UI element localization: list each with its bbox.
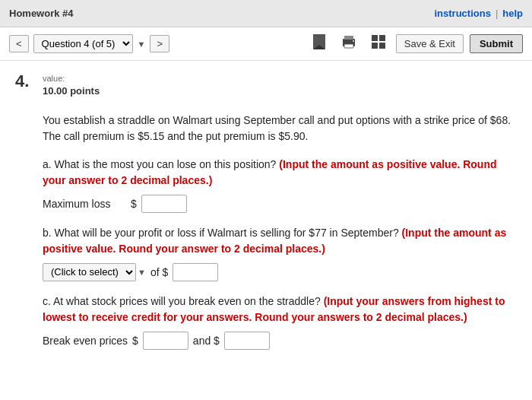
svg-rect-9 <box>379 43 385 49</box>
break-even-label: Break even prices <box>43 335 128 347</box>
nav-left: < Question 4 (of 5) ▼ > <box>9 34 169 53</box>
link-separator: | <box>496 8 498 19</box>
max-loss-label: Maximum loss <box>43 198 126 210</box>
break-even-row: Break even prices $ and $ <box>43 332 517 350</box>
nav-bar: < Question 4 (of 5) ▼ > <box>0 27 532 61</box>
and-label: and $ <box>193 335 220 347</box>
next-question-button[interactable]: > <box>150 35 169 52</box>
grid-icon[interactable] <box>367 33 390 55</box>
part-c-text: c. At what stock prices will you break e… <box>43 295 321 307</box>
part-c-dollar1: $ <box>132 335 138 347</box>
of-label: of $ <box>150 266 168 278</box>
sub-question-b: b. What will be your profit or loss if W… <box>43 225 517 281</box>
part-a-dollar: $ <box>131 198 137 210</box>
part-b-input-row: (Click to select) Profit Loss ▼ of $ <box>43 263 517 281</box>
top-bar: Homework #4 instructions | help <box>0 0 532 27</box>
svg-point-5 <box>353 40 354 42</box>
homework-title: Homework #4 <box>9 8 74 19</box>
part-a-input-row: Maximum loss $ <box>43 195 517 213</box>
part-a-text: a. What is the most you can lose on this… <box>43 158 276 170</box>
question-header: 4. value: 10.00 points <box>15 73 517 99</box>
nav-right: Save & Exit Submit <box>308 32 523 56</box>
question-text: You establish a straddle on Walmart usin… <box>43 113 517 144</box>
svg-rect-6 <box>372 35 378 41</box>
print-icon[interactable] <box>337 33 361 55</box>
instructions-link[interactable]: instructions <box>434 8 490 19</box>
profit-loss-input[interactable] <box>173 263 218 281</box>
question-meta: value: 10.00 points <box>43 73 100 99</box>
svg-rect-4 <box>344 44 353 48</box>
save-exit-button[interactable]: Save & Exit <box>396 34 464 53</box>
question-body: You establish a straddle on Walmart usin… <box>43 113 517 350</box>
part-b-label: b. What will be your profit or loss if W… <box>43 225 517 257</box>
part-a-label: a. What is the most you can lose on this… <box>43 157 517 189</box>
content-area: 4. value: 10.00 points You establish a s… <box>0 61 532 400</box>
break-even-input-1[interactable] <box>143 332 188 350</box>
chevron-down-icon-b: ▼ <box>138 268 146 277</box>
points-value: 10.00 points <box>43 84 100 98</box>
question-selector[interactable]: Question 4 (of 5) <box>33 34 133 53</box>
break-even-input-2[interactable] <box>224 332 270 350</box>
part-c-label: c. At what stock prices will you break e… <box>43 294 517 325</box>
part-b-text: b. What will be your profit or loss if W… <box>43 227 399 239</box>
sub-question-c: c. At what stock prices will you break e… <box>43 294 517 350</box>
svg-rect-3 <box>344 36 353 40</box>
svg-rect-7 <box>379 35 385 41</box>
bookmark-icon[interactable] <box>308 32 331 56</box>
help-link[interactable]: help <box>502 8 523 19</box>
sub-question-a: a. What is the most you can lose on this… <box>43 157 517 213</box>
svg-rect-8 <box>372 43 378 49</box>
top-bar-links: instructions | help <box>434 8 523 19</box>
prev-question-button[interactable]: < <box>9 35 29 52</box>
chevron-down-icon: ▼ <box>138 40 146 49</box>
max-loss-input[interactable] <box>141 195 187 213</box>
profit-loss-dropdown[interactable]: (Click to select) Profit Loss <box>43 263 136 281</box>
value-label: value: <box>43 73 100 84</box>
submit-button[interactable]: Submit <box>470 34 523 53</box>
question-number: 4. <box>15 73 33 90</box>
